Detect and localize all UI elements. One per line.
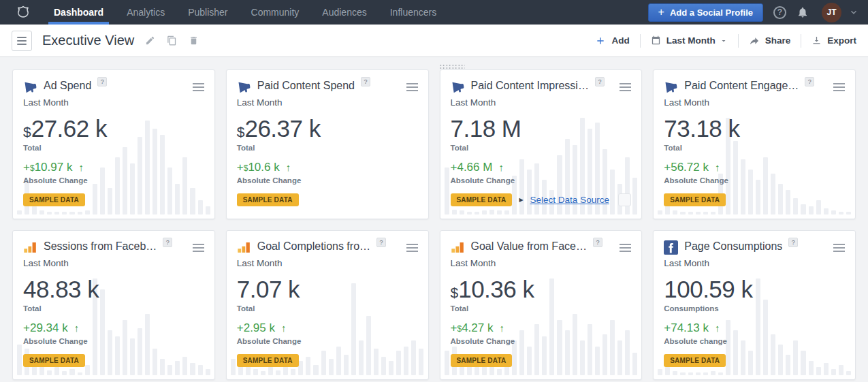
card-change: +$10.97 k↑ xyxy=(23,161,204,174)
data-source-checkbox[interactable] xyxy=(618,193,631,206)
up-arrow-icon: ↑ xyxy=(74,322,80,334)
calendar-icon xyxy=(651,35,661,46)
help-icon[interactable]: ? xyxy=(97,77,107,86)
card-subtitle: Last Month xyxy=(664,258,845,268)
chevron-down-icon[interactable] xyxy=(849,7,858,17)
card-value-label: Total xyxy=(237,144,418,152)
card-value: $10.36 k xyxy=(451,277,632,302)
help-icon[interactable]: ? xyxy=(805,77,814,86)
up-arrow-icon: ↑ xyxy=(499,322,504,334)
sample-data-badge: SAMPLE DATA xyxy=(23,354,85,367)
card-change-label: Absolute Change xyxy=(23,337,204,345)
nav-item-audiences[interactable]: Audiences xyxy=(310,0,378,25)
card-value-label: Total xyxy=(23,144,204,152)
export-button[interactable]: Export xyxy=(811,35,856,46)
nav-item-dashboard[interactable]: Dashboard xyxy=(42,0,115,25)
card-subtitle: Last Month xyxy=(237,258,418,268)
avatar[interactable]: JT xyxy=(822,3,841,22)
card-value: $27.62 k xyxy=(23,116,204,142)
card-subtitle: Last Month xyxy=(664,97,845,108)
download-icon xyxy=(811,35,822,46)
card-menu-icon[interactable] xyxy=(833,79,845,91)
card-icon xyxy=(23,240,37,255)
card-value-label: Total xyxy=(451,304,632,313)
card-title: Goal Value from Face… xyxy=(471,240,587,253)
card-menu-icon[interactable] xyxy=(620,240,631,252)
card-icon xyxy=(23,80,37,94)
duplicate-copy-icon[interactable] xyxy=(167,35,177,46)
help-icon[interactable]: ? xyxy=(595,77,605,86)
card-icon xyxy=(451,240,465,255)
share-button[interactable]: Share xyxy=(749,35,791,46)
plus-icon xyxy=(595,35,606,46)
sample-data-badge: SAMPLE DATA xyxy=(664,354,726,367)
card-menu-icon[interactable] xyxy=(193,240,204,252)
card-subtitle: Last Month xyxy=(237,97,418,108)
card-title: Paid Content Spend xyxy=(257,79,355,92)
card-change-label: Absolute Change xyxy=(237,176,418,185)
delete-trash-icon[interactable] xyxy=(189,35,199,46)
nav-item-analytics[interactable]: Analytics xyxy=(115,0,176,25)
dashboard-grid: Ad Spend ? Last Month $27.62 k Total +$1… xyxy=(0,57,868,382)
date-range-dropdown[interactable]: Last Month xyxy=(651,35,728,46)
page-title: Executive View xyxy=(42,33,134,48)
help-icon[interactable]: ? xyxy=(593,238,602,247)
card-value-label: Consumptions xyxy=(664,304,845,313)
edit-pencil-icon[interactable] xyxy=(145,35,155,46)
toolbar-actions: Add Last Month Share Export xyxy=(595,34,856,48)
card-value: 7.18 M xyxy=(451,116,632,142)
owl-logo[interactable] xyxy=(10,3,37,21)
help-icon[interactable]: ? xyxy=(788,238,798,247)
question-circle-icon[interactable]: ? xyxy=(773,6,786,19)
card-change: +2.95 k↑ xyxy=(237,321,418,335)
help-icon[interactable]: ? xyxy=(163,238,172,247)
card-change-label: Absolute change xyxy=(664,337,845,345)
nav-item-influencers[interactable]: Influencers xyxy=(379,0,448,25)
up-arrow-icon: ↑ xyxy=(715,161,720,173)
metric-card: Goal Completions fro… ? Last Month 7.07 … xyxy=(226,230,429,380)
nav-item-community[interactable]: Community xyxy=(240,0,311,25)
card-menu-icon[interactable] xyxy=(620,79,631,91)
card-change: +$10.6 k↑ xyxy=(237,161,418,174)
card-change: +29.34 k↑ xyxy=(23,321,204,335)
drag-handle-dots xyxy=(439,64,465,69)
card-menu-icon[interactable] xyxy=(406,240,418,252)
card-value-label: Total xyxy=(664,144,845,152)
card-menu-icon[interactable] xyxy=(406,79,418,91)
expand-triangle-icon[interactable]: ▶ xyxy=(519,197,523,203)
card-icon xyxy=(451,80,465,94)
metric-card: Ad Spend ? Last Month $27.62 k Total +$1… xyxy=(12,69,215,219)
card-icon xyxy=(237,80,251,94)
sample-data-badge: SAMPLE DATA xyxy=(237,354,299,367)
card-change: +74.13 k↑ xyxy=(664,321,845,335)
card-icon xyxy=(237,240,251,255)
up-arrow-icon: ↑ xyxy=(286,161,291,173)
card-menu-icon[interactable] xyxy=(193,79,204,91)
card-change-label: Absolute Change xyxy=(451,337,632,345)
metric-card: Paid Content Impressi… ? Last Month 7.18… xyxy=(440,69,643,219)
up-arrow-icon: ↑ xyxy=(281,322,287,334)
nav-item-publisher[interactable]: Publisher xyxy=(176,0,239,25)
up-arrow-icon: ↑ xyxy=(78,161,84,173)
card-title: Sessions from Faceb… xyxy=(44,240,157,253)
card-menu-icon[interactable] xyxy=(833,240,845,252)
add-button[interactable]: Add xyxy=(595,35,629,46)
plus-icon: + xyxy=(658,7,664,18)
notifications-bell-icon[interactable] xyxy=(797,6,809,18)
navbar-right: + Add a Social Profile ? JT xyxy=(648,3,858,22)
view-menu-button[interactable] xyxy=(12,31,32,51)
card-title: Page Consumptions xyxy=(684,240,782,253)
help-icon[interactable]: ? xyxy=(361,77,370,86)
card-subtitle: Last Month xyxy=(23,97,204,108)
help-icon[interactable]: ? xyxy=(376,238,386,247)
card-title: Paid Content Engage… xyxy=(684,79,799,92)
add-social-profile-button[interactable]: + Add a Social Profile xyxy=(648,3,763,22)
sample-data-badge: SAMPLE DATA xyxy=(237,193,299,206)
select-data-source-link[interactable]: Select Data Source xyxy=(530,195,609,205)
card-value: 7.07 k xyxy=(237,277,418,302)
sample-data-badge: SAMPLE DATA xyxy=(451,354,513,367)
card-value-label: Total xyxy=(451,144,632,152)
add-social-profile-label: Add a Social Profile xyxy=(670,7,753,18)
sample-data-badge: SAMPLE DATA xyxy=(23,193,85,206)
card-icon xyxy=(664,80,678,94)
